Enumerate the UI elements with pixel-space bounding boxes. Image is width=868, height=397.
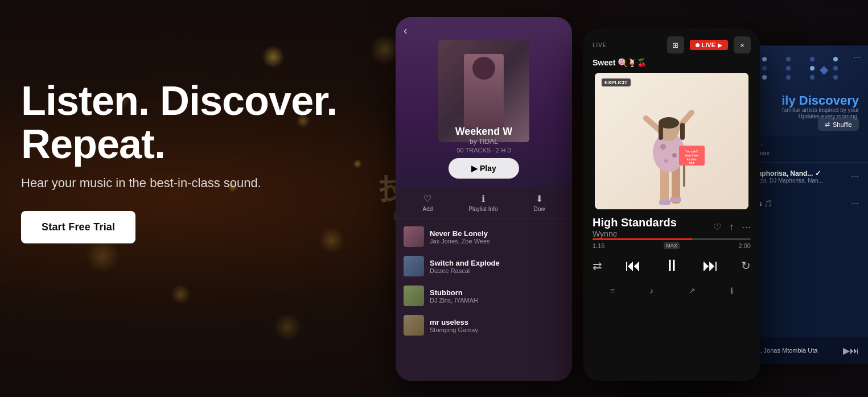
shuffle-button[interactable]: ⇄ <box>593 259 602 272</box>
hero-section: Listen. Discover. Repeat. Hear your musi… <box>21 80 419 243</box>
track-name-2: Switch and Explode <box>430 259 564 267</box>
player-track-name: High Standards <box>593 216 677 229</box>
album-inner: EXPLICIT <box>595 73 748 209</box>
phone-player: LIVE ⊞ LIVE ▶ × Sweet 🍭🍹🍒 EXPLICIT <box>583 28 760 381</box>
track-artist-3: DJ Zinc, IYAMAH <box>430 297 564 304</box>
next-button[interactable]: ⏭ <box>702 256 718 275</box>
dot-5 <box>833 57 838 61</box>
svg-rect-13 <box>659 123 663 140</box>
dot-7 <box>762 66 767 71</box>
track-info-1: Never Be Lonely Jax Jones, Zoe Wees <box>430 229 564 245</box>
track-artist-1: Jax Jones, Zoe Wees <box>430 238 564 245</box>
player-album-art: EXPLICIT <box>595 73 748 209</box>
back-button[interactable]: ‹ <box>404 24 408 37</box>
explicit-badge: EXPLICIT <box>602 78 631 86</box>
track-info-2: Switch and Explode Dizzee Rascal <box>430 259 564 274</box>
svg-point-6 <box>660 144 666 150</box>
info-label: Playlist Info <box>468 206 497 212</box>
hero-subtitle: Hear your music in the best-in-class sou… <box>21 176 419 191</box>
dot-2 <box>762 57 767 61</box>
playlist-info[interactable]: ℹ Playlist Info <box>468 193 497 212</box>
download-icon: ⬇ <box>536 193 543 204</box>
svg-text:save them: save them <box>685 154 699 157</box>
album-art-svg: You can't save them for this shit <box>595 73 748 209</box>
track-thumb-4 <box>404 315 424 336</box>
start-free-trial-button[interactable]: Start Free Trial <box>21 211 135 243</box>
heart-icon: ♡ <box>423 193 431 204</box>
previous-button[interactable]: ⏮ <box>625 256 641 275</box>
dot-12 <box>762 75 767 80</box>
track-item-2[interactable]: Switch and Explode Dizzee Rascal <box>396 251 572 281</box>
player-header-icons: ⊞ LIVE ▶ × <box>667 36 751 53</box>
dot-9 <box>810 66 814 71</box>
diamond-icon: ◆ <box>820 63 828 76</box>
info-icon: ℹ <box>482 193 485 204</box>
live-label: LIVE <box>593 42 607 48</box>
progress-bar[interactable] <box>593 238 751 240</box>
share-button[interactable]: ↑ <box>729 222 734 233</box>
playback-controls: ⇄ ⏮ ⏸ ⏭ ↻ <box>583 249 760 282</box>
live-button[interactable]: LIVE ▶ <box>690 40 728 50</box>
shuffle-icon: ⇄ <box>825 121 830 128</box>
player-header: LIVE ⊞ LIVE ▶ × <box>583 28 760 58</box>
screen-cast-button[interactable]: ⊞ <box>667 36 684 53</box>
track-more-1[interactable]: ⋯ <box>851 172 859 181</box>
track-name-1: Never Be Lonely <box>430 229 564 238</box>
queue-button[interactable]: ≡ <box>610 286 615 295</box>
dot-4 <box>810 57 814 61</box>
dot-10 <box>833 66 838 71</box>
live-dot <box>696 43 700 47</box>
shuffle-label: Shuffle <box>833 121 852 128</box>
live-badge-label: LIVE <box>702 42 715 48</box>
track-thumb-2 <box>404 256 424 276</box>
dot-14 <box>810 75 814 80</box>
add-label: Add <box>423 206 433 212</box>
dot-8 <box>786 66 791 71</box>
player-track-artist: Wynne <box>593 229 677 238</box>
hero-title: Listen. Discover. Repeat. <box>21 80 419 166</box>
info-bottom-button[interactable]: ℹ <box>730 286 733 295</box>
track-item-3[interactable]: Stubborn DJ Zinc, IYAMAH <box>396 281 572 311</box>
playlist-tracks: 50 TRACKS · 2 H 0 <box>396 147 572 154</box>
repeat-button[interactable]: ↻ <box>741 259 751 272</box>
download-label: Dow <box>533 206 545 212</box>
track-list: Never Be Lonely Jax Jones, Zoe Wees Swit… <box>396 218 572 344</box>
track-info-4: mr useless Stomping Gamay <box>430 318 564 333</box>
playlist-download[interactable]: ⬇ Dow <box>533 193 545 212</box>
lyrics-button[interactable]: ♪ <box>649 286 653 295</box>
svg-rect-4 <box>670 197 681 202</box>
playlist-header: ‹ Weekend W by TIDAL 50 TRACKS · 2 H 0 ▶… <box>396 17 572 188</box>
playlist-actions: ♡ Add ℹ Playlist Info ⬇ Dow <box>396 188 572 218</box>
connect-button[interactable]: ↗ <box>689 286 696 295</box>
track-name-4: mr useless <box>430 318 564 326</box>
dot-3 <box>786 57 791 61</box>
progress-current: 1:16 <box>593 242 604 249</box>
bottom-controls: ≡ ♪ ↗ ℹ <box>583 282 760 297</box>
bottom-play-button[interactable]: ▶⏭ <box>843 345 859 356</box>
track-item-4[interactable]: mr useless Stomping Gamay <box>396 311 572 340</box>
player-track-actions: ♡ ↑ ⋯ <box>713 222 751 233</box>
track-name-3: Stubborn <box>430 288 564 297</box>
more-options-button[interactable]: ⋯ <box>742 222 751 233</box>
close-button[interactable]: × <box>734 36 751 53</box>
playlist-play-button[interactable]: ▶ Play <box>449 158 519 179</box>
track-more-2[interactable]: ⋯ <box>851 199 859 208</box>
progress-fill <box>593 238 692 240</box>
pause-button[interactable]: ⏸ <box>664 256 680 275</box>
discovery-shuffle-button[interactable]: ⇄ Shuffle <box>818 118 859 131</box>
like-button[interactable]: ♡ <box>713 222 721 233</box>
svg-text:shit: shit <box>689 161 694 164</box>
track-item-1[interactable]: Never Be Lonely Jax Jones, Zoe Wees <box>396 222 572 251</box>
svg-text:You can't: You can't <box>685 150 698 153</box>
phone-playlist: ‹ Weekend W by TIDAL 50 TRACKS · 2 H 0 ▶… <box>396 17 572 381</box>
playlist-by: by TIDAL <box>396 138 572 146</box>
playlist-title: Weekend W <box>396 126 572 138</box>
svg-point-8 <box>664 159 668 163</box>
chevron-right-icon: ▶ <box>718 42 722 48</box>
playlist-add[interactable]: ♡ Add <box>423 193 433 212</box>
max-badge: MAX <box>664 242 680 249</box>
progress-times: 1:16 MAX 2:00 <box>593 242 751 249</box>
sweet-label: Sweet 🍭🍹🍒 <box>583 58 760 73</box>
track-artist-4: Stomping Gamay <box>430 326 564 333</box>
header-more-button[interactable]: ⋯ <box>853 53 861 62</box>
